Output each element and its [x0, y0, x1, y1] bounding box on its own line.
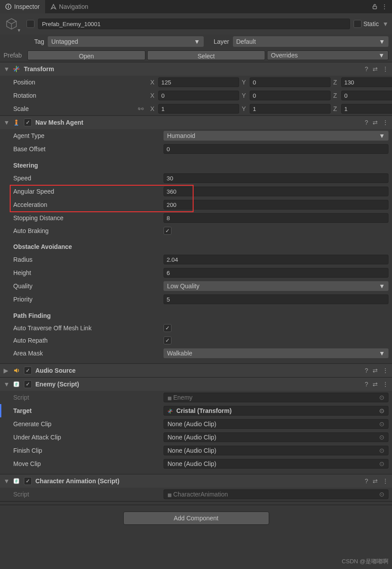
prefab-overrides-dropdown[interactable]: Overrides ▼	[267, 50, 388, 60]
static-checkbox[interactable]	[354, 20, 362, 28]
move-clip-field[interactable]: None (Audio Clip) ⊙	[164, 459, 388, 469]
kebab-menu-icon[interactable]: ⋮	[382, 65, 388, 73]
position-x-input[interactable]	[158, 77, 239, 87]
under-attack-clip-field[interactable]: None (Audio Clip) ⊙	[164, 432, 388, 442]
static-toggle[interactable]: Static ▼	[354, 20, 388, 28]
audiosource-header[interactable]: ▶ ✓ Audio Source ? ⇄ ⋮	[0, 363, 392, 377]
object-picker-icon[interactable]: ⊙	[379, 420, 384, 428]
area-mask-dropdown[interactable]: Walkable ▼	[164, 348, 388, 358]
char-anim-script-row: Script ▦CharacterAnimation ⊙	[0, 488, 392, 501]
object-picker-icon[interactable]: ⊙	[379, 407, 384, 414]
add-component-button[interactable]: Add Component	[123, 512, 269, 525]
layer-dropdown[interactable]: Default ▼	[233, 36, 389, 47]
foldout-icon[interactable]: ▼	[4, 119, 9, 126]
component-title: Character Animation (Script)	[35, 477, 361, 485]
prefab-bar: Prefab Open Select Overrides ▼	[0, 49, 392, 62]
help-icon[interactable]: ?	[365, 119, 368, 126]
auto-repath-checkbox[interactable]: ✓	[164, 336, 171, 344]
navmeshagent-header[interactable]: ▼ ✓ Nav Mesh Agent ? ⇄ ⋮	[0, 115, 392, 129]
help-icon[interactable]: ?	[365, 367, 368, 374]
height-input[interactable]	[164, 268, 388, 278]
finish-clip-row: Finish Clip None (Audio Clip) ⊙	[0, 444, 392, 457]
chevron-down-icon[interactable]: ▼	[17, 28, 21, 33]
object-picker-icon[interactable]: ⊙	[379, 460, 384, 467]
tab-inspector[interactable]: Inspector	[0, 0, 45, 13]
scale-y-input[interactable]	[250, 104, 331, 114]
radius-input[interactable]	[164, 255, 388, 264]
pathfinding-header: Path Finding	[0, 309, 392, 322]
priority-input[interactable]	[164, 294, 388, 304]
foldout-icon[interactable]: ▶	[4, 367, 9, 374]
prefab-open-button[interactable]: Open	[27, 50, 145, 60]
kebab-menu-icon[interactable]: ⋮	[382, 367, 388, 374]
char-anim-header[interactable]: ▼ # ✓ Character Animation (Script) ? ⇄ ⋮	[0, 474, 392, 488]
transform-header[interactable]: ▼ Transform ? ⇄ ⋮	[0, 62, 392, 76]
object-picker-icon[interactable]: ⊙	[379, 447, 384, 454]
scale-x-input[interactable]	[158, 104, 239, 114]
foldout-icon[interactable]: ▼	[4, 65, 9, 73]
angular-speed-input[interactable]	[164, 187, 388, 196]
quality-dropdown[interactable]: Low Quality ▼	[164, 281, 388, 291]
tag-dropdown[interactable]: Untagged ▼	[48, 36, 204, 47]
target-field[interactable]: Cristal (Transform) ⊙	[164, 406, 388, 416]
rotation-y-input[interactable]	[250, 91, 331, 100]
scale-row: Scale X Y Z	[0, 102, 392, 115]
stopping-distance-input[interactable]	[164, 213, 388, 223]
finish-clip-field[interactable]: None (Audio Clip) ⊙	[164, 446, 388, 455]
lock-icon[interactable]	[372, 4, 378, 10]
tab-label: Navigation	[59, 3, 88, 10]
auto-braking-row: Auto Braking ✓	[0, 225, 392, 237]
position-z-input[interactable]	[341, 77, 392, 87]
component-enabled-checkbox[interactable]: ✓	[24, 380, 32, 388]
svg-text:#: #	[15, 479, 18, 484]
chevron-down-icon: ▼	[379, 283, 385, 290]
auto-repath-row: Auto Repath ✓	[0, 334, 392, 347]
generate-clip-field[interactable]: None (Audio Clip) ⊙	[164, 419, 388, 429]
acceleration-input[interactable]	[164, 200, 388, 210]
auto-braking-checkbox[interactable]: ✓	[164, 227, 171, 235]
gameobject-name-input[interactable]	[38, 19, 350, 29]
kebab-menu-icon[interactable]: ⋮	[382, 381, 388, 388]
scale-z-input[interactable]	[341, 104, 392, 114]
preset-icon[interactable]: ⇄	[373, 381, 378, 388]
foldout-icon[interactable]: ▼	[4, 477, 9, 485]
auto-traverse-checkbox[interactable]: ✓	[164, 324, 171, 332]
foldout-icon[interactable]: ▼	[4, 381, 9, 388]
speed-input[interactable]	[164, 173, 388, 183]
scale-label: Scale	[13, 105, 29, 112]
agent-type-dropdown[interactable]: Humanoid ▼	[164, 131, 388, 141]
component-title: Transform	[24, 65, 361, 73]
position-y-input[interactable]	[250, 77, 331, 87]
kebab-menu-icon[interactable]: ⋮	[382, 477, 388, 485]
preset-icon[interactable]: ⇄	[373, 477, 378, 485]
preset-icon[interactable]: ⇄	[373, 65, 378, 73]
preset-icon[interactable]: ⇄	[373, 119, 378, 126]
object-picker-icon[interactable]: ⊙	[379, 434, 384, 441]
component-title: Nav Mesh Agent	[35, 119, 361, 126]
chevron-down-icon: ▼	[378, 52, 384, 59]
component-enabled-checkbox[interactable]: ✓	[24, 118, 32, 126]
help-icon[interactable]: ?	[365, 477, 368, 485]
enemy-script-header[interactable]: ▼ # ✓ Enemy (Script) ? ⇄ ⋮	[0, 377, 392, 391]
object-picker-icon[interactable]: ⊙	[379, 394, 384, 401]
chevron-down-icon: ▼	[379, 132, 385, 139]
rotation-z-input[interactable]	[341, 91, 392, 100]
tab-navigation[interactable]: Navigation	[45, 0, 94, 13]
component-enabled-checkbox[interactable]: ✓	[24, 477, 32, 485]
prefab-select-button[interactable]: Select	[147, 50, 265, 60]
rotation-x-input[interactable]	[158, 91, 239, 100]
constrain-icon[interactable]	[138, 106, 146, 112]
help-icon[interactable]: ?	[365, 381, 368, 388]
position-row: Position X Y Z	[0, 76, 392, 89]
object-picker-icon[interactable]: ⊙	[379, 491, 384, 498]
chevron-down-icon[interactable]: ▼	[382, 20, 388, 27]
active-checkbox[interactable]	[27, 20, 34, 28]
help-icon[interactable]: ?	[365, 65, 368, 73]
component-enabled-checkbox[interactable]: ✓	[24, 367, 32, 374]
quality-row: Quality Low Quality ▼	[0, 279, 392, 293]
kebab-menu-icon[interactable]: ⋮	[381, 3, 388, 10]
under-attack-clip-row: Under Attack Clip None (Audio Clip) ⊙	[0, 431, 392, 444]
preset-icon[interactable]: ⇄	[373, 367, 378, 374]
kebab-menu-icon[interactable]: ⋮	[382, 119, 388, 126]
base-offset-input[interactable]	[164, 144, 388, 154]
